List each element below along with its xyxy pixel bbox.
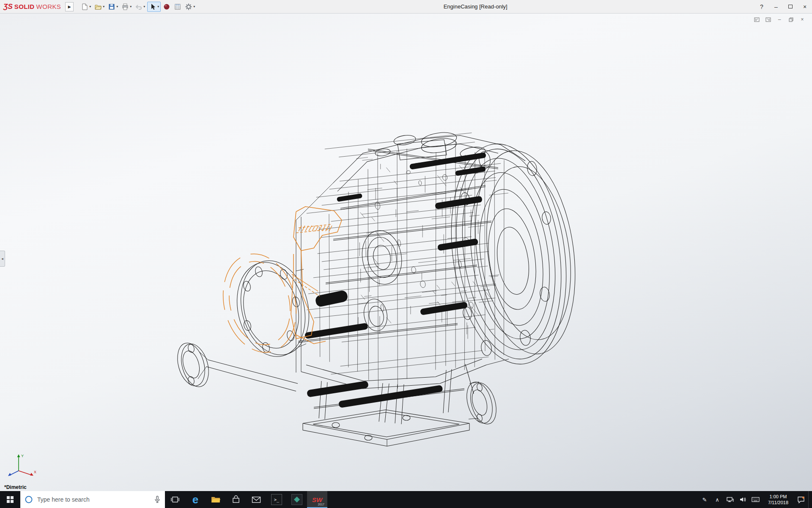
open-folder-icon [94, 3, 102, 11]
maximize-icon [788, 5, 793, 8]
close-button[interactable]: × [798, 0, 812, 14]
pane-back-icon [754, 17, 760, 22]
app-tile-icon [291, 494, 302, 505]
doc-minimize-button[interactable]: – [776, 16, 783, 23]
printer-icon [121, 3, 129, 11]
pen-icon: ✎ [702, 497, 707, 503]
triad-y-axis: Y [17, 454, 24, 471]
windows-logo-icon [7, 496, 14, 503]
cortana-icon [25, 495, 33, 504]
system-tray: ✎ ∧ 1:00 PM 7/11/2018 [699, 491, 812, 508]
app-tile-button[interactable] [287, 491, 307, 508]
new-document-icon [81, 3, 88, 11]
design-table-button[interactable] [173, 2, 183, 11]
windows-ink-button[interactable]: ✎ [699, 491, 710, 508]
engine-wireframe-model [0, 14, 812, 491]
clock-date: 7/11/2018 [763, 500, 794, 505]
save-button[interactable]: ▾ [107, 2, 119, 11]
triad-x-axis: X [19, 470, 36, 476]
feature-manager-collapsed-tab[interactable]: ◂ [0, 251, 5, 267]
pane-back-button[interactable] [753, 16, 760, 23]
pane-forward-icon [765, 17, 771, 22]
start-button[interactable] [0, 491, 20, 508]
doc-restore-button[interactable] [787, 16, 795, 23]
orientation-triad[interactable]: Y X [6, 452, 40, 478]
solidworks-app-icon: SW [312, 497, 322, 503]
task-view-button[interactable] [165, 491, 185, 508]
material-sphere-icon [163, 3, 170, 11]
options-button[interactable]: ▾ [184, 2, 196, 11]
taskbar-search-box[interactable] [20, 491, 165, 508]
app-titlebar: ƷSSOLIDWORKS ▶ ▾ ▾ ▾ ▾ ▾ ▾ [0, 0, 812, 14]
command-prompt-button[interactable]: >_ [266, 491, 287, 508]
touch-keyboard-button[interactable] [750, 491, 761, 508]
clock-time: 1:00 PM [763, 494, 794, 500]
ds-logo-glyph: ƷS [3, 3, 13, 11]
print-button[interactable]: ▾ [120, 2, 133, 11]
edge-button[interactable]: e [185, 491, 206, 508]
document-title: EngineCasing [Read-only] [196, 3, 754, 10]
file-explorer-button[interactable] [206, 491, 226, 508]
edge-icon: e [192, 494, 198, 505]
search-input[interactable] [36, 496, 151, 503]
hidden-icons-button[interactable]: ∧ [712, 491, 723, 508]
network-icon [726, 496, 734, 503]
volume-button[interactable] [737, 491, 748, 508]
minimize-button[interactable]: – [769, 0, 783, 14]
mail-button[interactable] [246, 491, 266, 508]
triad-z-axis [8, 471, 19, 476]
chevron-up-icon: ∧ [715, 497, 719, 503]
file-explorer-icon [211, 495, 221, 504]
select-cursor-icon [149, 3, 156, 11]
microphone-icon[interactable] [154, 496, 161, 503]
command-prompt-icon: >_ [271, 494, 282, 505]
select-tool-button[interactable]: ▾ [147, 2, 161, 12]
doc-restore-icon [789, 17, 793, 22]
help-button[interactable]: ? [754, 0, 769, 14]
options-gear-icon [185, 3, 192, 11]
show-desktop-button[interactable] [808, 491, 811, 508]
document-window-controls: – × [753, 16, 806, 23]
window-controls: ? – × [754, 0, 812, 14]
task-view-icon [170, 496, 180, 503]
save-floppy-icon [108, 3, 115, 11]
taskbar-clock[interactable]: 1:00 PM 7/11/2018 [763, 494, 794, 505]
triad-x-label: X [34, 470, 36, 474]
material-sphere-button[interactable] [162, 2, 172, 11]
solidworks-logo: ƷSSOLIDWORKS [0, 3, 65, 11]
store-button[interactable] [226, 491, 246, 508]
new-document-button[interactable]: ▾ [80, 2, 92, 11]
network-button[interactable] [724, 491, 735, 508]
undo-arrow-icon [135, 3, 143, 11]
quick-access-toolbar: ▾ ▾ ▾ ▾ ▾ ▾ ▾ [80, 0, 196, 14]
triad-y-label: Y [21, 454, 24, 458]
open-button[interactable]: ▾ [93, 2, 106, 11]
solidworks-taskbar-button[interactable]: SW 2017 [307, 491, 327, 508]
store-bag-icon [232, 495, 240, 504]
volume-icon [739, 496, 746, 503]
windows-taskbar: e >_ SW 2017 ✎ ∧ 1:00 PM 7/11/2018 [0, 491, 812, 508]
undo-button[interactable]: ▾ [134, 2, 146, 11]
pane-forward-button[interactable] [764, 16, 772, 23]
maximize-button[interactable] [783, 0, 798, 14]
menu-expand-button[interactable]: ▶ [65, 2, 74, 11]
keyboard-icon [752, 497, 760, 502]
view-orientation-label: *Dimetric [4, 484, 27, 490]
mail-envelope-icon [252, 496, 261, 503]
action-center-icon [797, 496, 805, 503]
doc-close-button[interactable]: × [798, 16, 806, 23]
taskbar-empty-space [327, 491, 699, 508]
graphics-area[interactable]: – × ◂ Y X *Dimetric [0, 14, 812, 491]
action-center-button[interactable] [796, 491, 807, 508]
design-table-icon [174, 3, 181, 11]
